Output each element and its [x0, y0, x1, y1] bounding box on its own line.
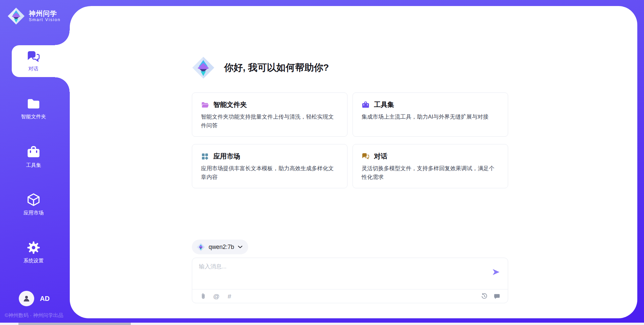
card-description: 灵活切换多模型文件，支持多样回复效果调试，满足个性化需求: [362, 164, 499, 181]
message-bubble-icon[interactable]: [493, 292, 500, 300]
sidebar-item-label: 系统设置: [23, 258, 44, 264]
folder-icon: [26, 96, 41, 111]
chevron-down-icon: [238, 246, 243, 248]
card-title: 对话: [374, 152, 387, 161]
brand-name: 神州问学: [29, 10, 61, 17]
brand-logo-icon: [7, 7, 25, 25]
briefcase-icon: [362, 101, 370, 109]
attachment-icon[interactable]: [200, 292, 207, 300]
model-logo-icon: [197, 243, 205, 251]
topic-icon[interactable]: #: [226, 292, 233, 300]
main-panel: 你好, 我可以如何帮助你? 智能文件夹 智能文件夹功能支持批量文件上传与清洗，轻…: [70, 6, 637, 318]
chat-icon: [26, 50, 41, 64]
card-description: 集成市场上主流工具，助力AI与外界无缝扩展与对接: [362, 113, 499, 121]
brand-logo-icon: [192, 56, 215, 79]
composer-toolbar: @ #: [192, 289, 508, 303]
welcome-header: 你好, 我可以如何帮助你?: [192, 56, 329, 79]
app-grid-icon: [201, 152, 209, 160]
feature-cards: 智能文件夹 智能文件夹功能支持批量文件上传与清洗，轻松实现文件问答 工具集: [192, 92, 508, 188]
user-initials: AD: [40, 295, 50, 303]
card-title: 智能文件夹: [213, 100, 247, 109]
sidebar-item-toolset[interactable]: 工具集: [0, 145, 67, 169]
sidebar-item-chat[interactable]: 对话: [12, 45, 70, 77]
send-icon: [492, 268, 500, 276]
brand-subtitle: Smart Vision: [29, 17, 61, 22]
avatar: [19, 291, 34, 306]
mention-icon[interactable]: @: [213, 292, 220, 300]
person-icon: [22, 294, 31, 303]
sidebar-item-label: 工具集: [26, 162, 41, 169]
card-app-market[interactable]: 应用市场 应用市场提供丰富长文本模板，助力高效生成多样化文章内容: [192, 144, 347, 188]
sidebar-item-settings[interactable]: 系统设置: [0, 241, 67, 264]
user-profile[interactable]: AD: [19, 291, 50, 306]
sidebar-item-smart-folder[interactable]: 智能文件夹: [0, 96, 67, 120]
sidebar-item-app-market[interactable]: 应用市场: [0, 193, 67, 216]
chat-icon: [362, 152, 370, 160]
horizontal-scrollbar-thumb[interactable]: [18, 323, 131, 325]
sidebar-item-label: 应用市场: [23, 210, 44, 216]
horizontal-scrollbar[interactable]: [0, 323, 644, 325]
card-toolset[interactable]: 工具集 集成市场上主流工具，助力AI与外界无缝扩展与对接: [353, 92, 508, 137]
greeting-title: 你好, 我可以如何帮助你?: [224, 61, 329, 74]
cube-icon: [26, 193, 41, 207]
card-title: 工具集: [374, 100, 394, 109]
message-input[interactable]: [199, 263, 487, 286]
send-button[interactable]: [492, 268, 500, 276]
card-smart-folder[interactable]: 智能文件夹 智能文件夹功能支持批量文件上传与清洗，轻松实现文件问答: [192, 92, 347, 137]
model-name: qwen2:7b: [209, 244, 234, 251]
brand-header: 神州问学 Smart Vision: [7, 7, 61, 25]
gear-icon: [26, 241, 41, 255]
sidebar-item-label: 智能文件夹: [21, 114, 46, 120]
card-description: 应用市场提供丰富长文本模板，助力高效生成多样化文章内容: [201, 164, 338, 181]
toolbox-icon: [26, 145, 41, 159]
card-description: 智能文件夹功能支持批量文件上传与清洗，轻松实现文件问答: [201, 113, 338, 130]
card-chat[interactable]: 对话 灵活切换多模型文件，支持多样回复效果调试，满足个性化需求: [353, 144, 508, 188]
history-icon[interactable]: [481, 292, 488, 300]
copyright-footer: ©神州数码 · 神州问学出品: [5, 312, 63, 319]
message-composer: @ #: [192, 258, 508, 303]
sidebar-item-label: 对话: [29, 66, 39, 72]
card-title: 应用市场: [213, 152, 240, 161]
folder-open-icon: [201, 101, 209, 109]
model-selector[interactable]: qwen2:7b: [192, 240, 248, 254]
